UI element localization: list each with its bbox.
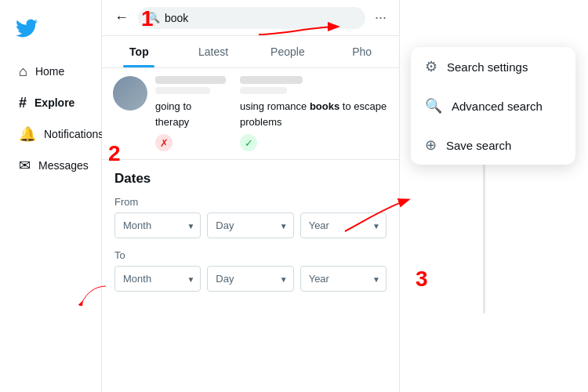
- dropdown-advanced-search[interactable]: 🔍 Advanced search: [411, 86, 575, 125]
- sidebar-explore-label: Explore: [34, 96, 74, 109]
- to-year-wrapper: Year 2024 ▼: [300, 266, 387, 292]
- adv-avatar-1: [113, 76, 147, 111]
- arrow-1: [251, 19, 345, 42]
- sidebar: ⌂ Home # Explore 🔔 Notifications ✉ Messa…: [0, 0, 102, 392]
- settings-icon: ⚙: [425, 58, 437, 75]
- adv-tweet-2-inline: using romance books to escape problems ✓: [240, 76, 388, 151]
- adv-tweet-text-2: using romance books to escape problems: [240, 99, 388, 129]
- dropdown-menu: ⚙ Search settings 🔍 Advanced search ⊕ Sa…: [411, 47, 575, 165]
- explore-icon: #: [19, 96, 27, 110]
- label-1: 1: [141, 6, 154, 31]
- advanced-search-label: Advanced search: [452, 100, 543, 113]
- adv-tab-latest[interactable]: Latest: [176, 36, 251, 67]
- from-day-select[interactable]: Day 123: [207, 212, 293, 238]
- to-year-select[interactable]: Year 2024: [300, 266, 387, 292]
- to-date-selects: Month JanuaryFebruary ▼ Day 1 ▼ Year 202…: [114, 266, 387, 292]
- status-x-icon: ✗: [155, 134, 172, 151]
- sidebar-home-label: Home: [35, 65, 64, 78]
- status-check-icon: ✓: [240, 134, 257, 151]
- adv-tweet-content-1: going to therapy ✗: [155, 76, 226, 151]
- arrow-2: [63, 282, 125, 306]
- advanced-search-icon: 🔍: [425, 97, 442, 114]
- arrow-3: [337, 192, 416, 239]
- bell-icon: 🔔: [19, 127, 36, 141]
- sidebar-messages-label: Messages: [38, 159, 89, 172]
- sidebar-item-explore[interactable]: # Explore: [5, 88, 96, 118]
- label-2: 2: [108, 141, 121, 166]
- dropdown-save-search[interactable]: ⊕ Save search: [411, 125, 575, 165]
- adv-more-button[interactable]: ···: [372, 6, 390, 29]
- home-icon: ⌂: [19, 64, 27, 78]
- adv-tweet-text-1: going to therapy: [155, 99, 226, 129]
- save-search-label: Save search: [446, 139, 511, 152]
- to-label: To: [114, 249, 387, 261]
- to-month-select[interactable]: Month JanuaryFebruary: [114, 266, 201, 292]
- from-month-select[interactable]: Month JanuaryFebruaryMarch AprilMayJune …: [114, 212, 201, 238]
- label-3: 3: [416, 267, 428, 292]
- save-icon: ⊕: [425, 136, 437, 154]
- sidebar-notifications-label: Notifications: [44, 128, 103, 140]
- adv-tweet-card-1: going to therapy ✗ using romance books t…: [102, 68, 399, 160]
- twitter-logo[interactable]: [0, 9, 101, 55]
- from-day-wrapper: Day 123 ▼: [207, 212, 293, 238]
- dates-title: Dates: [114, 171, 387, 187]
- adv-back-button[interactable]: ←: [111, 6, 132, 29]
- to-day-select[interactable]: Day 1: [207, 266, 293, 292]
- to-month-wrapper: Month JanuaryFebruary ▼: [114, 266, 201, 292]
- mail-icon: ✉: [19, 158, 31, 172]
- sidebar-item-messages[interactable]: ✉ Messages: [5, 151, 96, 180]
- sidebar-item-home[interactable]: ⌂ Home: [5, 56, 96, 86]
- from-month-wrapper: Month JanuaryFebruaryMarch AprilMayJune …: [114, 212, 201, 238]
- sidebar-item-notifications[interactable]: 🔔 Notifications: [5, 119, 96, 149]
- dropdown-search-settings[interactable]: ⚙ Search settings: [411, 47, 575, 86]
- to-day-wrapper: Day 1 ▼: [207, 266, 293, 292]
- search-settings-label: Search settings: [447, 60, 528, 74]
- adv-tab-top[interactable]: Top: [102, 36, 176, 67]
